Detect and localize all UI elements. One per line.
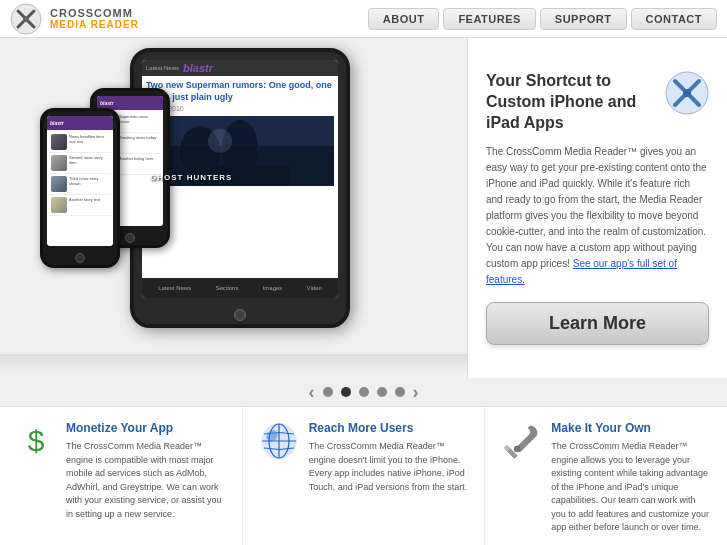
carousel-dot-5[interactable] [395, 387, 405, 397]
devices-area: blastr News headline item one row Second… [0, 38, 467, 378]
carousel-dot-2[interactable] [341, 387, 351, 397]
iphone-row-text-4: Another story text [69, 197, 100, 213]
feature-reach: Reach More Users The CrossComm Media Rea… [243, 407, 486, 545]
site-header: CROSSCOMM MEDIA READER ABOUT FEATURES SU… [0, 0, 727, 38]
iphone-thumb-1 [51, 134, 67, 150]
ipad-latest-news-label: Latest News [146, 65, 179, 71]
svg-point-1 [23, 16, 29, 22]
ipad-home-button [234, 309, 246, 321]
reach-icon [259, 421, 299, 461]
panel-desc-text: The CrossComm Media Reader™ gives you an… [486, 146, 707, 269]
iphone-center-home [125, 233, 135, 243]
ipad-hero-image: GHOST HUNTERS [146, 116, 334, 186]
logo-subtitle: MEDIA READER [50, 19, 139, 30]
iphone-left-screen: blastr News headline item one row Second… [47, 116, 113, 246]
devices-reflection [0, 354, 467, 374]
carousel-dot-4[interactable] [377, 387, 387, 397]
feature-own: Make It Your Own The CrossComm Media Rea… [485, 407, 727, 545]
main-nav: ABOUT FEATURES SUPPORT CONTACT [170, 8, 717, 30]
features-row: $ Monetize Your App The CrossComm Media … [0, 406, 727, 545]
tools-svg [502, 422, 540, 460]
logo-text: CROSSCOMM MEDIA READER [50, 7, 139, 30]
feature-monetize-text: Monetize Your App The CrossComm Media Re… [66, 421, 226, 521]
ipad-screen: Latest News blastr Two new Superman rumo… [142, 60, 338, 298]
ipad-nav-images: Images [263, 285, 283, 291]
iphone-left-brand: blastr [50, 120, 64, 126]
iphone-left-header: blastr [47, 116, 113, 130]
own-icon [501, 421, 541, 461]
svg-point-9 [683, 89, 691, 97]
feature-own-desc: The CrossComm Media Reader™ engine allow… [551, 440, 711, 535]
iphone-left-home [75, 253, 85, 263]
iphone-thumb-4 [51, 197, 67, 213]
ipad-headline: Two new Superman rumors: One good, one t… [146, 80, 334, 103]
iphone-thumb-2 [51, 155, 67, 171]
svg-point-15 [514, 446, 520, 452]
carousel-dot-3[interactable] [359, 387, 369, 397]
ipad-bottom-bar: Latest News Sections Images Video [142, 278, 338, 298]
svg-point-7 [208, 129, 232, 153]
feature-reach-text: Reach More Users The CrossComm Media Rea… [309, 421, 469, 494]
feature-own-title: Make It Your Own [551, 421, 711, 435]
carousel-prev[interactable]: ‹ [309, 382, 315, 403]
ipad-brand-label: blastr [183, 62, 213, 74]
iphone-row-text-3: Third news entry shown [69, 176, 109, 192]
iphone-left: blastr News headline item one row Second… [40, 108, 120, 268]
iphone-row-3: Third news entry shown [49, 174, 111, 195]
feature-reach-title: Reach More Users [309, 421, 469, 435]
iphone-row-text-1: News headline item one row [69, 134, 109, 150]
nav-contact[interactable]: CONTACT [631, 8, 717, 30]
panel-description: The CrossComm Media Reader™ gives you an… [486, 144, 709, 288]
ipad-nav-latest: Latest News [158, 285, 191, 291]
carousel-next[interactable]: › [413, 382, 419, 403]
hero-section: blastr News headline item one row Second… [0, 38, 727, 378]
carousel-nav: ‹ › [0, 378, 727, 406]
svg-point-14 [270, 430, 278, 438]
logo-area: CROSSCOMM MEDIA READER [10, 3, 170, 35]
iphone-row-2: Second news story item [49, 153, 111, 174]
iphone-row-1: News headline item one row [49, 132, 111, 153]
iphone-c-row-text-3: Another listing here [119, 156, 153, 172]
logo-icon [10, 3, 42, 35]
ghost-hunters-label: GHOST HUNTERS [150, 173, 232, 182]
iphone-c-row-text-2: Breaking news today [119, 135, 156, 151]
logo-title: CROSSCOMM [50, 7, 139, 19]
ipad-date: July 8, 2010 [146, 105, 334, 112]
ipad-screen-header: Latest News blastr [142, 60, 338, 76]
feature-monetize-desc: The CrossComm Media Reader™ engine is co… [66, 440, 226, 521]
feature-monetize-title: Monetize Your App [66, 421, 226, 435]
nav-features[interactable]: FEATURES [443, 8, 535, 30]
iphone-row-4: Another story text [49, 195, 111, 216]
globe-svg [260, 422, 298, 460]
ipad-nav-video: Video [307, 285, 322, 291]
panel-header: Your Shortcut to Custom iPhone and iPad … [486, 71, 709, 133]
ipad-nav-sections: Sections [215, 285, 238, 291]
nav-about[interactable]: ABOUT [368, 8, 440, 30]
right-panel: Your Shortcut to Custom iPhone and iPad … [467, 38, 727, 378]
crosscomm-logo-small [665, 71, 709, 115]
iphone-row-text-2: Second news story item [69, 155, 109, 171]
feature-own-text: Make It Your Own The CrossComm Media Rea… [551, 421, 711, 535]
nav-support[interactable]: SUPPORT [540, 8, 627, 30]
learn-more-button[interactable]: Learn More [486, 302, 709, 345]
feature-reach-desc: The CrossComm Media Reader™ engine doesn… [309, 440, 469, 494]
carousel-dot-1[interactable] [323, 387, 333, 397]
monetize-icon: $ [16, 421, 56, 461]
feature-monetize: $ Monetize Your App The CrossComm Media … [0, 407, 243, 545]
panel-title: Your Shortcut to Custom iPhone and iPad … [486, 71, 655, 133]
ipad-content-area: Two new Superman rumors: One good, one t… [142, 76, 338, 278]
iphone-center-brand: blastr [100, 100, 114, 106]
iphone-c-row-text-1: Superman news rumor [119, 114, 159, 130]
iphone-thumb-3 [51, 176, 67, 192]
